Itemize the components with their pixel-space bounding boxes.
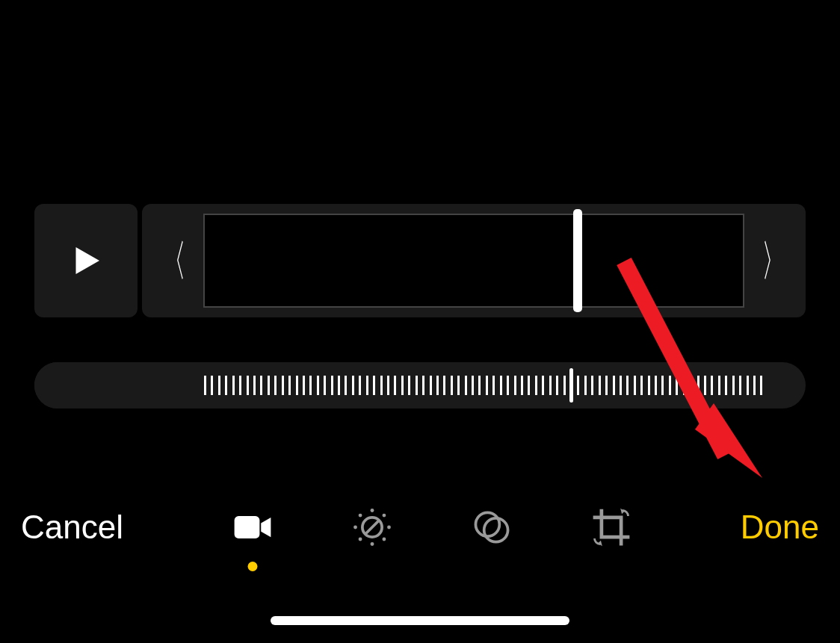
timeline-row: 〈 〉	[0, 204, 840, 317]
video-icon	[230, 505, 275, 550]
svg-rect-0	[235, 516, 260, 538]
mode-video[interactable]	[226, 501, 279, 553]
mode-icons	[226, 501, 637, 553]
svg-marker-14	[598, 541, 602, 547]
filters-icon	[469, 505, 514, 550]
trim-handle-right[interactable]: 〉	[762, 239, 785, 282]
crop-icon	[589, 505, 634, 550]
scrubber-fade	[34, 362, 173, 409]
svg-point-3	[370, 509, 374, 512]
video-preview	[0, 0, 840, 204]
svg-point-4	[382, 514, 386, 518]
svg-point-11	[475, 512, 499, 536]
svg-line-2	[366, 522, 377, 533]
play-icon	[66, 240, 106, 281]
svg-point-7	[370, 542, 374, 546]
mode-adjust[interactable]	[346, 501, 398, 553]
svg-marker-17	[695, 403, 762, 478]
svg-point-6	[382, 538, 386, 541]
done-button[interactable]: Done	[741, 509, 819, 546]
svg-point-5	[387, 526, 391, 529]
svg-point-10	[359, 514, 362, 518]
trim-track[interactable]: 〈 〉	[142, 204, 806, 317]
svg-point-9	[353, 526, 357, 529]
adjust-icon	[350, 505, 395, 550]
mode-filters[interactable]	[466, 501, 518, 553]
mode-crop[interactable]	[585, 501, 637, 553]
timeline-playhead[interactable]	[573, 209, 582, 312]
cancel-button[interactable]: Cancel	[21, 509, 123, 546]
svg-point-8	[359, 538, 362, 541]
trim-handle-left[interactable]: 〈	[162, 239, 186, 282]
svg-marker-13	[620, 509, 625, 515]
scrubber-bar[interactable]	[34, 362, 806, 409]
home-indicator[interactable]	[271, 616, 569, 625]
active-indicator-dot	[247, 562, 257, 571]
svg-point-12	[484, 518, 508, 542]
bottom-toolbar: Cancel	[0, 501, 840, 553]
scrubber-playhead[interactable]	[569, 368, 573, 403]
play-button[interactable]	[34, 204, 138, 317]
clip-well[interactable]	[203, 214, 744, 308]
